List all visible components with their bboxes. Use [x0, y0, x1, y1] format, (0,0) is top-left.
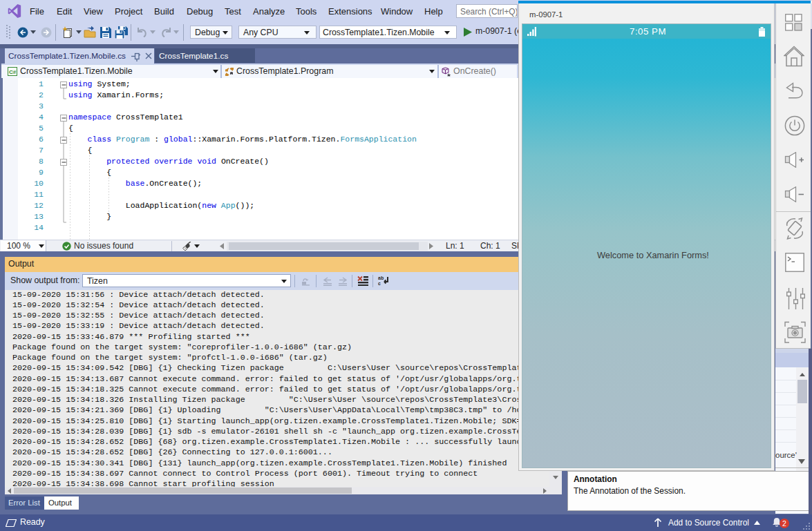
svg-text:C#: C# — [9, 69, 17, 75]
svg-text:c: c — [378, 281, 381, 286]
svg-text:ab: ab — [378, 276, 384, 280]
